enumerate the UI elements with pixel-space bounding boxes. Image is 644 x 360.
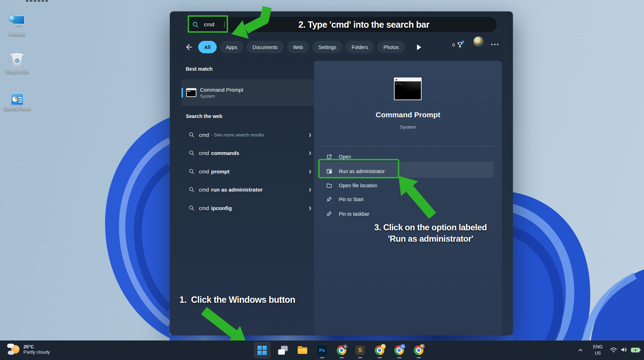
chrome-button-profile-yellow[interactable] <box>375 345 384 355</box>
run-as-administrator-icon <box>326 168 332 174</box>
windows-search-panel: cmd All Apps Documents Web Settings Fold… <box>170 11 513 335</box>
more-options-icon[interactable] <box>491 44 498 45</box>
network-icon <box>9 15 25 31</box>
desktop-icon-label: Network <box>0 32 34 37</box>
tray-chevron-up-icon[interactable] <box>578 348 583 353</box>
tab-folders[interactable]: Folders <box>346 41 374 53</box>
running-indicator <box>417 357 421 358</box>
best-match-heading: Best match <box>186 66 212 72</box>
text-caret <box>224 21 224 28</box>
annotation-step-3: 3. Click on the option labeled 'Run as a… <box>359 222 502 245</box>
action-open[interactable]: Open <box>321 150 492 164</box>
sublime-text-button[interactable]: S <box>355 345 365 355</box>
web-suggestion-see-more[interactable]: cmd - See more search results › <box>182 127 315 143</box>
chevron-right-icon: › <box>309 203 311 213</box>
weather-widget[interactable]: 25°C Partly cloudy <box>6 342 50 356</box>
control-panel-icon <box>11 93 23 105</box>
web-suggestion-commands[interactable]: cmd commands › <box>182 145 315 161</box>
desktop: Network ♻ Recycle Bin Control Panel <box>0 0 644 360</box>
chrome-profile-badge <box>420 344 425 349</box>
desktop-icon-control-panel[interactable]: Control Panel <box>0 93 34 112</box>
file-explorer-button[interactable] <box>298 345 307 355</box>
command-prompt-icon-large: C:\_ <box>394 77 422 100</box>
search-filter-row: All Apps Documents Web Settings Folders … <box>170 41 513 54</box>
running-indicator <box>397 357 401 358</box>
best-match-subtitle: System <box>200 94 243 99</box>
desktop-icon-network[interactable]: Network <box>0 15 34 37</box>
windows-logo-icon <box>258 346 267 355</box>
tab-documents[interactable]: Documents <box>247 41 284 53</box>
pin-icon <box>326 211 332 217</box>
chevron-right-icon: › <box>309 166 311 176</box>
desktop-icon-label: Recycle Bin <box>0 70 34 75</box>
action-open-file-location[interactable]: Open file location <box>321 178 492 193</box>
start-button[interactable] <box>258 345 267 355</box>
rewards-badge[interactable]: 0 <box>452 41 464 48</box>
tab-web[interactable]: Web <box>287 41 309 53</box>
search-glyph-icon <box>189 150 195 156</box>
folder-icon <box>326 182 332 189</box>
weather-icon <box>6 342 21 356</box>
action-run-as-administrator[interactable]: Run as administrator <box>321 164 492 178</box>
search-glyph-icon <box>189 187 195 193</box>
web-suggestion-run-as-administrator[interactable]: cmd run as administrator › <box>182 182 315 197</box>
search-glyph-icon <box>189 168 195 174</box>
tab-photos[interactable]: Photos <box>377 41 405 53</box>
best-match-command-prompt[interactable]: Command Prompt System <box>182 79 315 106</box>
photoshop-button[interactable]: Ps <box>317 345 327 355</box>
recycle-bin-icon: ♻ <box>10 53 24 68</box>
search-icon <box>192 21 199 28</box>
open-icon <box>326 154 332 160</box>
volume-icon[interactable] <box>620 346 628 353</box>
result-preview-panel: C:\_ Command Prompt System Open Run as a… <box>314 61 502 335</box>
filter-tabs: All Apps Documents Web Settings Folders … <box>198 41 405 53</box>
desktop-icon-label: Control Panel <box>0 107 34 112</box>
weather-temperature: 25°C <box>23 344 50 349</box>
desktop-icon-recycle-bin[interactable]: ♻ Recycle Bin <box>0 53 34 75</box>
divider <box>320 146 496 146</box>
chrome-profile-badge <box>400 344 405 349</box>
web-suggestion-ipconfig[interactable]: cmd ipconfig › <box>182 200 315 216</box>
tab-apps[interactable]: Apps <box>220 41 243 53</box>
search-query-text: cmd <box>204 21 214 28</box>
action-pin-to-start[interactable]: Pin to Start <box>321 192 492 206</box>
search-glyph-icon <box>189 132 195 138</box>
weather-condition: Partly cloudy <box>23 349 50 355</box>
preview-title: Command Prompt <box>314 111 502 119</box>
chrome-profile-badge: R <box>343 344 348 349</box>
tab-all[interactable]: All <box>198 41 217 53</box>
chrome-profile-badge <box>381 344 386 349</box>
running-indicator <box>320 357 324 358</box>
user-avatar[interactable] <box>473 37 483 47</box>
language-switcher[interactable]: ENG US <box>590 344 606 356</box>
rewards-count: 0 <box>452 42 455 48</box>
chevron-right-icon: › <box>309 130 311 140</box>
chrome-button-profile-photo[interactable] <box>414 345 423 355</box>
action-pin-to-taskbar[interactable]: Pin to taskbar <box>321 207 492 221</box>
tab-settings[interactable]: Settings <box>312 41 342 53</box>
chrome-button-profile-r[interactable]: R <box>337 345 346 355</box>
chrome-button-profile-blue[interactable] <box>394 345 404 355</box>
truncated-desktop-label <box>26 0 48 2</box>
running-indicator <box>358 357 362 358</box>
battery-charging-icon[interactable] <box>631 347 641 353</box>
wifi-icon[interactable] <box>610 346 617 354</box>
best-match-title: Command Prompt <box>200 87 243 93</box>
running-indicator <box>378 357 382 358</box>
command-prompt-icon <box>186 88 196 97</box>
selection-accent-bar <box>182 88 183 98</box>
annotation-step-2: 2. Type 'cmd' into the search bar <box>298 20 429 30</box>
chevron-right-icon: › <box>309 184 311 194</box>
more-tabs-icon[interactable] <box>417 44 421 50</box>
pin-icon <box>326 196 332 203</box>
trophy-icon <box>456 41 464 48</box>
task-view-button[interactable] <box>278 345 288 355</box>
running-indicator <box>340 357 344 358</box>
chevron-right-icon: › <box>309 148 311 158</box>
annotation-step-1: 1. Click the Windows button <box>179 295 295 305</box>
web-suggestion-prompt[interactable]: cmd prompt › <box>182 163 315 179</box>
web-search-heading: Search the web <box>186 113 222 119</box>
taskbar: 25°C Partly cloudy Ps R S <box>0 340 644 360</box>
back-arrow-icon[interactable] <box>185 43 193 51</box>
search-glyph-icon <box>189 205 195 211</box>
